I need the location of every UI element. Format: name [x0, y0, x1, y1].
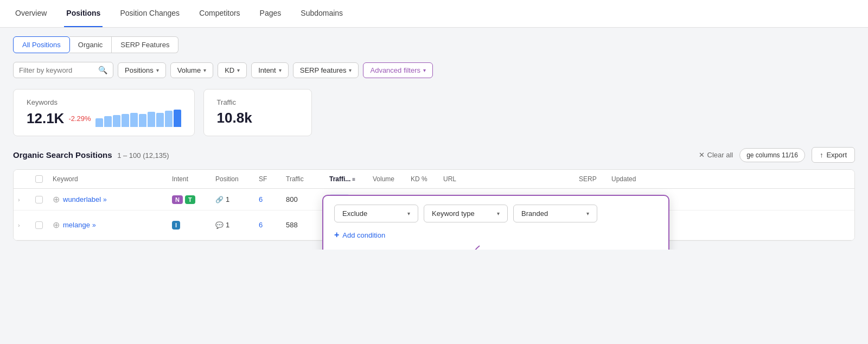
export-button[interactable]: ↑ Export [812, 147, 855, 163]
col-traffic-val[interactable]: Traffi... ≡ [329, 175, 373, 183]
row-position-1: 🔗 1 [215, 195, 259, 203]
row-keyword-2: ⊕ melange » [53, 220, 172, 230]
bar-5 [130, 113, 138, 127]
section-header: Organic Search Positions 1 – 100 (12,135… [13, 147, 855, 163]
main-area: Keywords 12.1K -2.29% [13, 89, 855, 241]
keyword-link[interactable]: wunderlabel [63, 195, 101, 203]
col-serp: SERP [579, 175, 611, 183]
row-select-checkbox[interactable] [35, 196, 43, 203]
link-icon: 💬 [215, 221, 224, 229]
branded-select[interactable]: Branded ▾ [513, 205, 597, 222]
nav-positions[interactable]: Positions [64, 0, 103, 27]
col-kd: KD % [411, 175, 443, 183]
bar-1 [95, 118, 103, 127]
chevron-down-icon: ▾ [586, 211, 589, 216]
bar-6 [139, 114, 146, 127]
manage-columns-button[interactable]: ge columns 11/16 [739, 148, 805, 162]
bar-2 [104, 116, 112, 127]
chevron-down-icon: ▾ [279, 67, 282, 73]
add-circle-icon[interactable]: ⊕ [53, 220, 60, 230]
search-input[interactable] [19, 66, 95, 74]
subtab-bar: All Positions Organic SERP Features [13, 36, 855, 53]
volume-filter-button[interactable]: Volume ▾ [170, 62, 213, 78]
kd-filter-button[interactable]: KD ▾ [218, 62, 247, 78]
add-condition-button[interactable]: + Add condition [334, 230, 658, 240]
clear-all-button[interactable]: ✕ Clear all [699, 151, 733, 159]
intent-badge-t: T [185, 195, 195, 204]
chevron-down-icon: ▾ [156, 67, 159, 73]
filter-bar: 🔍 Positions ▾ Volume ▾ KD ▾ Intent ▾ SER… [13, 62, 855, 78]
keyword-search-field[interactable]: 🔍 [13, 62, 113, 78]
row-sf-2[interactable]: 6 [259, 221, 286, 229]
keywords-stat-card: Keywords 12.1K -2.29% [13, 89, 195, 136]
keyword-arrows: » [92, 221, 96, 229]
col-volume: Volume [373, 175, 411, 183]
chevron-down-icon: ▾ [203, 67, 206, 73]
exclude-select[interactable]: Exclude ▾ [334, 205, 418, 222]
row-keyword-1: ⊕ wunderlabel » [53, 194, 172, 205]
select-all-checkbox[interactable] [35, 175, 43, 183]
bar-8 [156, 113, 164, 127]
chevron-down-icon: ▾ [497, 211, 500, 216]
serp-features-filter-button[interactable]: SERP features ▾ [293, 62, 359, 78]
nav-competitors[interactable]: Competitors [197, 0, 242, 27]
nav-position-changes[interactable]: Position Changes [118, 0, 182, 27]
nav-pages[interactable]: Pages [258, 0, 284, 27]
keywords-sparkbar [95, 110, 181, 127]
row-expand-1[interactable]: › [18, 196, 35, 203]
subtab-organic[interactable]: Organic [69, 36, 112, 53]
subtab-all-positions[interactable]: All Positions [13, 36, 70, 53]
row-checkbox-2[interactable] [35, 221, 53, 229]
search-icon[interactable]: 🔍 [98, 66, 107, 74]
chevron-right-icon: › [18, 222, 20, 228]
keywords-change: -2.29% [68, 114, 91, 123]
row-position-2: 💬 1 [215, 221, 259, 229]
intent-filter-button[interactable]: Intent ▾ [251, 62, 289, 78]
row-intent-2: I [172, 221, 215, 230]
col-checkbox [35, 175, 53, 183]
traffic-value: 10.8k [217, 110, 298, 126]
top-navigation: Overview Positions Position Changes Comp… [0, 0, 868, 28]
chevron-down-icon: ▾ [423, 67, 426, 73]
col-position: Position [215, 175, 259, 183]
intent-badge-n: N [172, 195, 183, 204]
row-sf-1[interactable]: 6 [259, 195, 286, 203]
nav-subdomains[interactable]: Subdomains [298, 0, 345, 27]
traffic-label: Traffic [217, 98, 298, 106]
keyword-arrows: » [103, 196, 107, 203]
col-updated: Updated [611, 175, 660, 183]
positions-filter-button[interactable]: Positions ▾ [118, 62, 166, 78]
bar-3 [113, 115, 120, 127]
row-select-checkbox[interactable] [35, 221, 43, 229]
keywords-label: Keywords [27, 98, 181, 106]
row-intent-1: N T [172, 195, 215, 204]
bar-7 [148, 112, 155, 127]
section-range: 1 – 100 (12,135) [117, 151, 169, 160]
section-actions: ✕ Clear all ge columns 11/16 ↑ Export [699, 147, 856, 163]
arrow-decoration [334, 249, 658, 250]
advanced-filters-panel: Exclude ▾ Keyword type ▾ Branded ▾ + Add… [322, 195, 669, 250]
traffic-stat-card: Traffic 10.8k [203, 89, 312, 136]
section-title-area: Organic Search Positions 1 – 100 (12,135… [13, 150, 169, 160]
filter-condition-row: Exclude ▾ Keyword type ▾ Branded ▾ [334, 205, 658, 222]
add-circle-icon[interactable]: ⊕ [53, 194, 60, 205]
x-icon: ✕ [699, 151, 705, 159]
keyword-link[interactable]: melange [63, 221, 90, 229]
keywords-value: 12.1K -2.29% [27, 110, 181, 127]
col-sf: SF [259, 175, 286, 183]
row-expand-2[interactable]: › [18, 222, 35, 228]
keyword-type-select[interactable]: Keyword type ▾ [424, 205, 508, 222]
nav-overview[interactable]: Overview [13, 0, 49, 27]
row-checkbox-1[interactable] [35, 196, 53, 203]
section-title: Organic Search Positions [13, 150, 112, 160]
stats-row: Keywords 12.1K -2.29% [13, 89, 855, 136]
intent-badge-i: I [172, 221, 180, 230]
main-content: All Positions Organic SERP Features 🔍 Po… [0, 28, 868, 250]
chevron-down-icon: ▾ [407, 211, 410, 216]
subtab-serp-features[interactable]: SERP Features [112, 36, 178, 53]
plus-icon: + [334, 230, 339, 240]
upload-icon: ↑ [820, 151, 824, 159]
advanced-filters-button[interactable]: Advanced filters ▾ [363, 62, 433, 78]
sort-icon: ≡ [352, 176, 355, 182]
bar-4 [122, 114, 129, 127]
